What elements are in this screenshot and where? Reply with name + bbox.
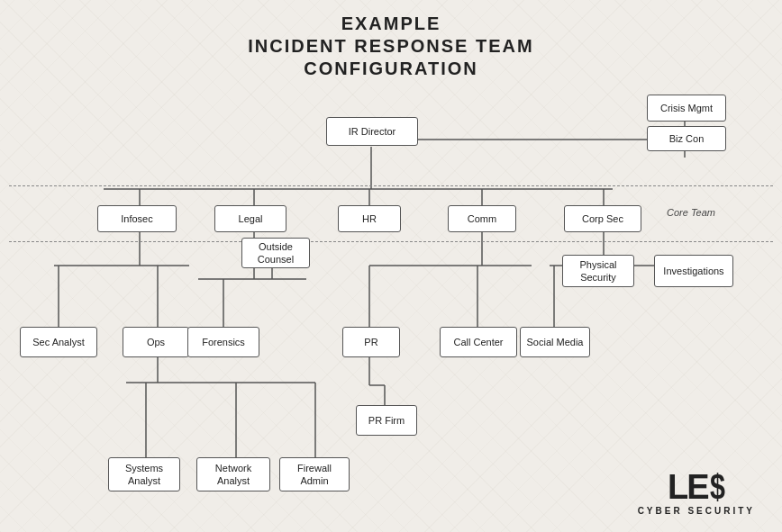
legal-node: Legal (214, 205, 286, 232)
title-line3: CONFIGURATION (0, 58, 782, 80)
sec-analyst-node: Sec Analyst (20, 327, 97, 357)
network-analyst-node: Network Analyst (196, 457, 270, 491)
systems-analyst-node: Systems Analyst (108, 457, 180, 491)
dashed-line-top (9, 185, 773, 186)
corp-sec-node: Corp Sec (564, 205, 641, 232)
forensics-node: Forensics (187, 327, 259, 357)
dashed-line-bottom (9, 241, 773, 242)
logo-text-top: LE$ (638, 470, 755, 504)
comm-node: Comm (448, 205, 516, 232)
firewall-admin-node: Firewall Admin (279, 457, 350, 491)
call-center-node: Call Center (440, 327, 517, 357)
pr-node: PR (342, 327, 400, 357)
infosec-node: Infosec (97, 205, 177, 232)
logo-area: LE$ CYBER SECURITY (638, 470, 755, 516)
logo-top-text: LE$ (668, 468, 725, 506)
physical-security-node: Physical Security (562, 255, 634, 287)
social-media-node: Social Media (520, 327, 590, 357)
investigations-node: Investigations (654, 255, 733, 287)
logo-dollar: $ (709, 470, 723, 504)
title-line2: INCIDENT RESPONSE TEAM (0, 35, 782, 58)
ir-director-node: IR Director (326, 117, 418, 146)
logo-text-bottom: CYBER SECURITY (638, 506, 755, 516)
biz-con-node: Biz Con (647, 126, 726, 151)
ops-node: Ops (123, 327, 189, 357)
crisis-mgmt-node: Crisis Mgmt (647, 95, 726, 122)
hr-node: HR (338, 205, 401, 232)
outside-counsel-node: Outside Counsel (241, 238, 310, 268)
core-team-label: Core Team (667, 207, 715, 218)
diagram-container: EXAMPLE INCIDENT RESPONSE TEAM CONFIGURA… (0, 0, 782, 532)
title-line1: EXAMPLE (0, 13, 782, 35)
pr-firm-node: PR Firm (356, 405, 417, 436)
title-block: EXAMPLE INCIDENT RESPONSE TEAM CONFIGURA… (0, 0, 782, 80)
